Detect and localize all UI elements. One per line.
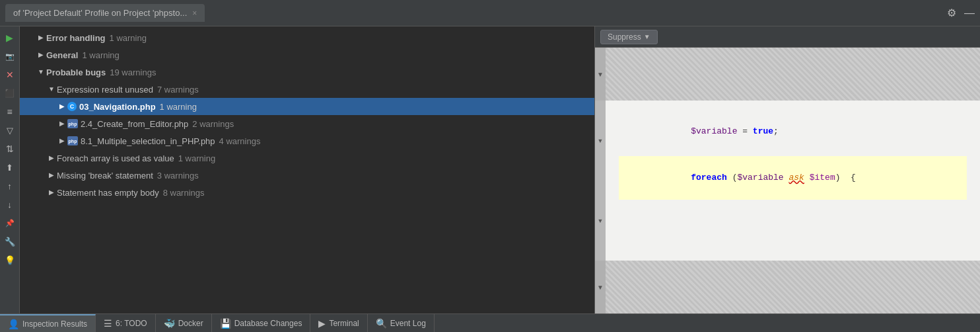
item-count: 7 warnings [157, 85, 199, 95]
tree-item-general[interactable]: ▶ General 1 warning [20, 46, 594, 63]
todo-label: 6: TODO [116, 319, 147, 328]
tree-item-error-handling[interactable]: ▶ Error handling 1 warning [20, 29, 594, 46]
tree-item-24-create[interactable]: ▶ php 2.4_Create_from_Editor.php 2 warni… [20, 115, 594, 132]
terminal-label: Terminal [329, 319, 359, 328]
inspection-results-label: Inspection Results [22, 319, 87, 329]
var-sigil: $variable [691, 126, 737, 136]
arrow-icon: ▼ [36, 67, 46, 77]
tree-item-03-navigation[interactable]: ▶ C 03_Navigation.php 1 warning [20, 98, 594, 115]
arrow-icon: ▶ [46, 153, 57, 163]
expand-all-button[interactable]: ≡ [3, 104, 17, 119]
item-count: 4 warnings [219, 136, 261, 146]
item-count: 1 warning [178, 153, 215, 163]
code-bottom-area: ▼ [595, 261, 980, 313]
settings-icon[interactable]: ⚙ [947, 7, 956, 19]
php-icon: php [67, 136, 78, 145]
status-bar: 👤 Inspection Results ☰ 6: TODO 🐳 Docker … [0, 313, 980, 332]
tab-close-icon[interactable]: × [192, 9, 197, 18]
code-top-area: ▼ [595, 48, 980, 101]
run-button[interactable]: ▶ [3, 30, 17, 45]
status-tab-todo[interactable]: ☰ 6: TODO [96, 314, 156, 332]
item-label: Statement has empty body [57, 188, 159, 198]
php-icon: php [67, 119, 78, 128]
code-area: ▼ ▼ ▼ $variable = true; foreach ($var [595, 48, 980, 313]
var-variable: $variable [737, 173, 783, 183]
item-count: 3 warnings [157, 171, 199, 181]
export-button[interactable]: ⬛ [3, 86, 17, 101]
title-tab[interactable]: of 'Project Default' Profile on Project … [5, 4, 205, 22]
status-tab-event-log[interactable]: 🔍 Event Log [368, 314, 435, 332]
arrow-icon: ▼ [46, 84, 57, 95]
inspection-results-icon: 👤 [8, 319, 19, 329]
tree-item-foreach-array[interactable]: ▶ Foreach array is used as value 1 warni… [20, 149, 594, 167]
arrow-icon: ▶ [57, 118, 67, 129]
terminal-icon: ▶ [318, 318, 326, 329]
tree-item-expression-result-unused[interactable]: ▼ Expression result unused 7 warnings [20, 81, 594, 98]
item-label: Foreach array is used as value [57, 153, 174, 163]
item-label: Missing 'break' statement [57, 171, 153, 181]
minimize-icon[interactable]: — [964, 7, 975, 19]
arrow-icon: ▶ [46, 187, 57, 198]
kw-ask: ask [788, 173, 804, 183]
code-panel: Suppress ▼ ▼ ▼ ▼ [594, 26, 980, 313]
tree-list: ▶ Error handling 1 warning ▶ General 1 w… [20, 26, 594, 313]
arrow-icon: ▶ [57, 136, 67, 146]
wrench-button[interactable]: 🔧 [3, 234, 17, 249]
inspection-panel: ▶ Error handling 1 warning ▶ General 1 w… [20, 26, 594, 313]
item-label: 03_Navigation.php [79, 102, 156, 112]
item-label: 2.4_Create_from_Editor.php [81, 119, 188, 129]
docker-label: Docker [178, 319, 203, 328]
pin-button[interactable]: 📌 [3, 216, 17, 230]
status-tab-database-changes[interactable]: 💾 Database Changes [212, 314, 311, 332]
move-down-button[interactable]: ↓ [3, 197, 17, 212]
bulb-button[interactable]: 💡 [3, 253, 17, 267]
arrow-icon: ▶ [57, 101, 67, 112]
move-up-button[interactable]: ↑ [3, 179, 17, 193]
code-line-2: foreach ($variable ask $item) { [619, 156, 967, 200]
kw-foreach: foreach [691, 173, 727, 183]
collapse-all-button[interactable]: ⇅ [3, 142, 17, 156]
tree-item-empty-body[interactable]: ▶ Statement has empty body 8 warnings [20, 184, 594, 201]
title-bar: of 'Project Default' Profile on Project … [0, 0, 980, 26]
var-item: $item [810, 173, 835, 183]
status-tab-inspection-results[interactable]: 👤 Inspection Results [0, 314, 96, 332]
item-count: 2 warnings [192, 119, 234, 129]
close-button[interactable]: ✕ [3, 67, 17, 82]
tree-item-missing-break[interactable]: ▶ Missing 'break' statement 3 warnings [20, 167, 594, 184]
tree-item-probable-bugs[interactable]: ▼ Probable bugs 19 warnings [20, 63, 594, 81]
item-count: 1 warning [110, 33, 147, 43]
arrow-icon: ▶ [36, 50, 46, 60]
code-segment: ▼ ▼ $variable = true; foreach ($variable… [595, 101, 980, 261]
todo-icon: ☰ [104, 318, 112, 329]
expand-to-first-button[interactable]: ⬆ [3, 160, 17, 175]
event-log-icon: 🔍 [376, 318, 387, 329]
event-log-label: Event Log [390, 319, 426, 328]
kw-true: true [753, 126, 773, 136]
save-snapshot-button[interactable]: 📷 [3, 49, 17, 63]
main-content: ▶ 📷 ✕ ⬛ ≡ ▽ ⇅ ⬆ ↑ ↓ 📌 🔧 💡 ▶ Error handli… [0, 26, 980, 313]
gutter: ▼ ▼ [595, 101, 606, 261]
tree-item-81-multiple[interactable]: ▶ php 8.1_Multiple_selection_in_PHP.php … [20, 132, 594, 149]
item-label: 8.1_Multiple_selection_in_PHP.php [81, 136, 215, 146]
database-changes-label: Database Changes [234, 319, 302, 328]
main-window: of 'Project Default' Profile on Project … [0, 0, 980, 332]
item-count: 1 warning [82, 50, 119, 60]
item-label: Error handling [46, 33, 106, 43]
database-changes-icon: 💾 [220, 318, 231, 329]
arrow-icon: ▶ [46, 170, 57, 181]
code-line-1: $variable = true; [619, 110, 967, 153]
code-content: $variable = true; foreach ($variable ask… [606, 101, 980, 261]
item-count: 1 warning [160, 102, 197, 112]
class-icon: C [67, 102, 77, 111]
title-bar-actions: ⚙ — [947, 7, 975, 19]
status-tab-terminal[interactable]: ▶ Terminal [310, 314, 367, 332]
left-toolbar: ▶ 📷 ✕ ⬛ ≡ ▽ ⇅ ⬆ ↑ ↓ 📌 🔧 💡 [0, 26, 20, 313]
item-count: 19 warnings [110, 67, 156, 77]
filter-button[interactable]: ▽ [3, 123, 17, 138]
suppress-button[interactable]: Suppress ▼ [600, 30, 658, 44]
status-tab-docker[interactable]: 🐳 Docker [156, 314, 212, 332]
suppress-label: Suppress [608, 32, 641, 42]
suppress-dropdown-icon: ▼ [644, 33, 650, 40]
item-label: General [46, 50, 78, 60]
item-label: Expression result unused [57, 85, 153, 95]
